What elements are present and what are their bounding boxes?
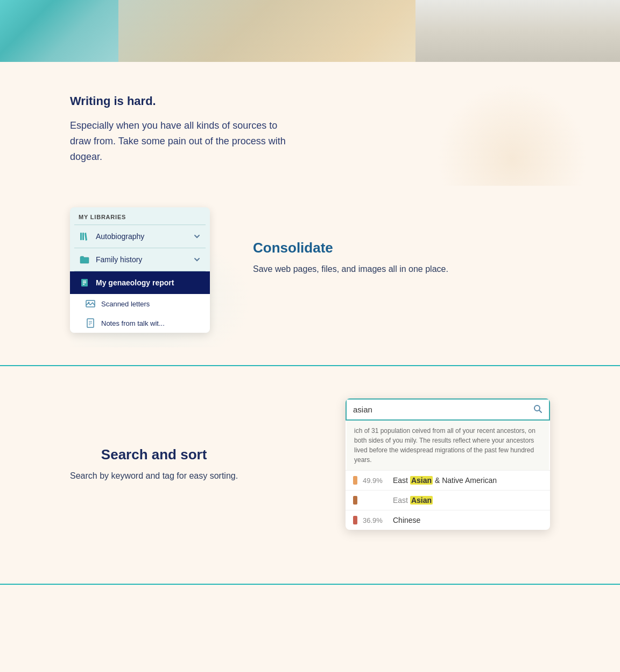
search-context: ich of 31 population ceived from all of …	[346, 421, 550, 470]
result-bar-2	[353, 496, 357, 505]
consolidate-title: Consolidate	[253, 240, 448, 256]
search-result-3[interactable]: 36.9% Chinese	[346, 510, 550, 530]
library-item-autobiography[interactable]: Autobiography	[70, 225, 210, 248]
result-bar-3	[353, 516, 357, 524]
search-input-row	[346, 398, 550, 421]
section-divider-2	[0, 584, 620, 585]
books-icon	[79, 230, 90, 242]
library-item-family-history[interactable]: Family history	[70, 248, 210, 271]
writing-body: Especially when you have all kinds of so…	[70, 118, 296, 164]
search-demo: ich of 31 population ceived from all of …	[270, 398, 550, 530]
consolidate-section: Consolidate Save web pages, files, and i…	[253, 197, 448, 276]
library-card: MY LIBRARIES Autobiography	[70, 207, 210, 333]
svg-rect-0	[80, 233, 82, 240]
hero-image	[0, 0, 620, 62]
search-icon	[533, 404, 542, 414]
chevron-down-icon-2	[193, 255, 201, 264]
search-input[interactable]	[347, 400, 526, 419]
library-item-genaeology[interactable]: My genaeology report	[70, 271, 210, 294]
result-bar-1	[353, 476, 357, 485]
search-section: Search and sort Search by keyword and ta…	[0, 366, 620, 573]
writing-section: Writing is hard. Especially when you hav…	[0, 62, 620, 186]
search-button[interactable]	[526, 400, 549, 419]
library-subitem-notes[interactable]: Notes from talk wit...	[70, 313, 210, 333]
genaeology-label: My genaeology report	[96, 278, 201, 287]
image-icon	[85, 298, 96, 309]
result-label-2: East Asian	[393, 496, 433, 505]
result-percent-3: 36.9%	[363, 516, 389, 524]
document-icon	[85, 318, 96, 328]
search-result-2[interactable]: East Asian	[346, 490, 550, 510]
chevron-down-icon	[193, 232, 201, 241]
writing-title: Writing is hard.	[70, 94, 550, 108]
search-sort-title: Search and sort	[70, 446, 238, 463]
result-label-3: Chinese	[393, 516, 420, 524]
scanned-letters-label: Scanned letters	[101, 300, 150, 308]
search-card: ich of 31 population ceived from all of …	[346, 398, 550, 530]
search-sort-body: Search by keyword and tag for easy sorti…	[70, 470, 238, 482]
library-header: MY LIBRARIES	[70, 207, 210, 225]
library-subitem-scanned-letters[interactable]: Scanned letters	[70, 294, 210, 313]
result-percent-1: 49.9%	[363, 477, 389, 485]
search-text-block: Search and sort Search by keyword and ta…	[70, 446, 238, 482]
autobiography-label: Autobiography	[96, 232, 193, 241]
folder-icon	[79, 254, 90, 265]
result-highlight-1: Asian	[410, 476, 433, 485]
result-highlight-2: Asian	[410, 496, 433, 505]
svg-rect-1	[82, 233, 84, 240]
result-label-1: East Asian & Native American	[393, 476, 497, 485]
notes-label: Notes from talk wit...	[101, 319, 165, 327]
libraries-section: MY LIBRARIES Autobiography	[0, 186, 620, 365]
search-result-1[interactable]: 49.9% East Asian & Native American	[346, 470, 550, 490]
consolidate-body: Save web pages, files, and images all in…	[253, 263, 448, 276]
svg-line-13	[539, 410, 541, 412]
family-history-label: Family history	[96, 255, 193, 264]
file-list-icon	[79, 277, 90, 289]
